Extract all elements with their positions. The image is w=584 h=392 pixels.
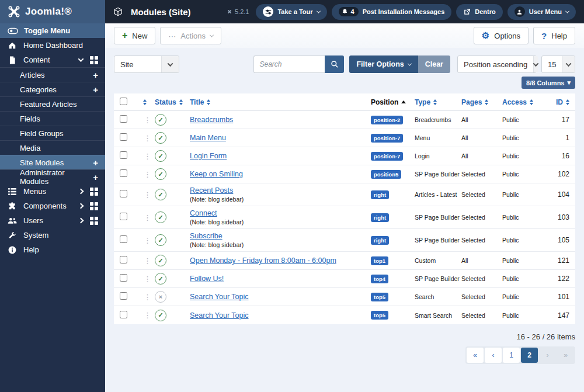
- take-a-tour-button[interactable]: Take a Tour: [256, 4, 326, 20]
- new-button[interactable]: + New: [114, 27, 155, 44]
- row-checkbox[interactable]: [120, 235, 127, 243]
- sidebar-item-media[interactable]: Media: [0, 140, 105, 155]
- drag-handle-icon[interactable]: ⋮: [140, 275, 155, 283]
- drag-handle-icon[interactable]: ⋮: [140, 134, 155, 143]
- filter-options-button[interactable]: Filter Options: [349, 55, 418, 73]
- sidebar-item-fields[interactable]: Fields: [0, 111, 105, 126]
- sidebar-item-system[interactable]: System: [0, 228, 105, 242]
- pagination-page-2-active[interactable]: 2: [521, 348, 538, 363]
- sidebar-item-field-groups[interactable]: Field Groups: [0, 126, 105, 140]
- row-checkbox[interactable]: [120, 213, 127, 220]
- select-all-checkbox[interactable]: [120, 98, 127, 105]
- sidebar-item-users[interactable]: Users: [0, 213, 105, 228]
- help-button[interactable]: ? Help: [533, 27, 575, 44]
- sidebar-item-help[interactable]: Help: [0, 242, 105, 257]
- module-title-link[interactable]: Login Form: [190, 152, 227, 160]
- module-title-link[interactable]: Connect: [190, 209, 217, 217]
- row-checkbox[interactable]: [120, 115, 127, 123]
- drag-handle-icon[interactable]: ⋮: [140, 213, 155, 222]
- joomla-logo[interactable]: Joomla!®: [0, 0, 105, 23]
- pagination-prev-button[interactable]: ‹: [485, 348, 502, 363]
- sidebar-item-menus[interactable]: Menus: [0, 184, 105, 199]
- drag-handle-icon[interactable]: ⋮: [140, 311, 155, 320]
- sidebar-item-categories[interactable]: Categories +: [0, 82, 105, 96]
- row-checkbox[interactable]: [120, 311, 127, 318]
- pagination-first-button[interactable]: «: [467, 348, 484, 363]
- module-title-link[interactable]: Open Monday - Friday from 8:00am - 6:00p…: [190, 256, 336, 265]
- row-checkbox[interactable]: [120, 274, 127, 282]
- header-title[interactable]: Title: [190, 98, 371, 106]
- row-checkbox[interactable]: [120, 256, 127, 263]
- status-published-icon[interactable]: ✓: [155, 150, 166, 162]
- module-title-link[interactable]: Search Your Topic: [190, 311, 249, 320]
- preview-site-button[interactable]: Dentro: [456, 4, 502, 20]
- grid-icon[interactable]: [90, 56, 98, 64]
- header-status[interactable]: Status: [155, 98, 190, 106]
- grid-icon[interactable]: [90, 202, 98, 210]
- toggle-menu-button[interactable]: Toggle Menu: [0, 23, 105, 38]
- status-published-icon[interactable]: ✓: [155, 234, 166, 246]
- sidebar-item-articles[interactable]: Articles +: [0, 67, 105, 82]
- status-published-icon[interactable]: ✓: [155, 168, 166, 180]
- row-checkbox[interactable]: [120, 169, 127, 177]
- status-published-icon[interactable]: ✓: [155, 273, 166, 285]
- drag-handle-icon[interactable]: ⋮: [140, 236, 155, 245]
- header-pages[interactable]: Pages: [461, 98, 502, 106]
- module-title-link[interactable]: Subscribe: [190, 232, 223, 240]
- search-button[interactable]: [325, 55, 344, 73]
- status-published-icon[interactable]: ✓: [155, 255, 166, 266]
- drag-handle-icon[interactable]: ⋮: [140, 152, 155, 161]
- sidebar-item-components[interactable]: Components: [0, 199, 105, 213]
- module-title-link[interactable]: Breadcrumbs: [190, 116, 233, 124]
- drag-handle-icon[interactable]: ⋮: [140, 256, 155, 265]
- actions-button[interactable]: ··· Actions: [160, 27, 221, 44]
- status-published-icon[interactable]: ✓: [155, 211, 166, 223]
- drag-handle-icon[interactable]: ⋮: [140, 190, 155, 199]
- drag-handle-icon[interactable]: ⋮: [140, 116, 155, 124]
- options-button[interactable]: ⚙ Options: [474, 27, 529, 44]
- drag-handle-icon[interactable]: ⋮: [140, 170, 155, 179]
- user-menu-button[interactable]: User Menu: [507, 4, 576, 20]
- row-checkbox[interactable]: [120, 133, 127, 141]
- table-row: ⋮ ✓ Breadcrumbs position-2 Breadcrumbs A…: [114, 111, 575, 129]
- row-checkbox[interactable]: [120, 190, 127, 197]
- plus-icon[interactable]: +: [93, 85, 98, 94]
- drag-handle-icon[interactable]: ⋮: [140, 293, 155, 301]
- sidebar-item-administrator-modules[interactable]: Administrator Modules +: [0, 169, 105, 184]
- status-published-icon[interactable]: ✓: [155, 114, 166, 126]
- row-checkbox[interactable]: [120, 151, 127, 159]
- module-title-link[interactable]: Search Your Topic: [190, 293, 249, 301]
- plus-icon[interactable]: +: [93, 71, 98, 79]
- grid-icon[interactable]: [90, 217, 98, 225]
- module-title-link[interactable]: Follow Us!: [190, 275, 224, 283]
- sidebar-item-home-dashboard[interactable]: Home Dashboard: [0, 38, 105, 53]
- plus-icon[interactable]: +: [93, 173, 98, 182]
- list-limit-select[interactable]: 15: [541, 55, 575, 73]
- pagination-page-1[interactable]: 1: [503, 348, 520, 363]
- status-published-icon[interactable]: ✓: [155, 310, 166, 321]
- row-checkbox[interactable]: [120, 292, 127, 300]
- clear-button[interactable]: Clear: [418, 55, 450, 73]
- module-title-link[interactable]: Recent Posts: [190, 186, 233, 195]
- plus-icon[interactable]: +: [93, 158, 98, 167]
- header-ordering[interactable]: [140, 99, 155, 105]
- header-type[interactable]: Type: [415, 98, 461, 106]
- post-installation-messages-button[interactable]: 4 Post Installation Messages: [332, 4, 452, 20]
- site-filter-select[interactable]: Site: [114, 55, 179, 73]
- columns-toggle-button[interactable]: 8/8 Columns ▾: [522, 77, 575, 89]
- status-published-icon[interactable]: ✓: [155, 189, 166, 200]
- sidebar-item-featured-articles[interactable]: Featured Articles: [0, 96, 105, 111]
- status-unpublished-icon[interactable]: ×: [155, 291, 166, 303]
- grid-icon[interactable]: [90, 188, 98, 196]
- sidebar-item-site-modules[interactable]: Site Modules +: [0, 155, 105, 169]
- module-title-link[interactable]: Keep on Smiling: [190, 170, 243, 178]
- header-access[interactable]: Access: [502, 98, 543, 106]
- sidebar-item-content[interactable]: Content: [0, 53, 105, 67]
- status-published-icon[interactable]: ✓: [155, 132, 166, 144]
- header-position[interactable]: Position: [371, 98, 415, 106]
- header-id[interactable]: ID: [543, 98, 569, 106]
- site-name-label: Dentro: [475, 8, 495, 15]
- search-input[interactable]: [253, 55, 325, 73]
- sort-select[interactable]: Position ascending: [457, 55, 537, 73]
- module-title-link[interactable]: Main Menu: [190, 134, 226, 142]
